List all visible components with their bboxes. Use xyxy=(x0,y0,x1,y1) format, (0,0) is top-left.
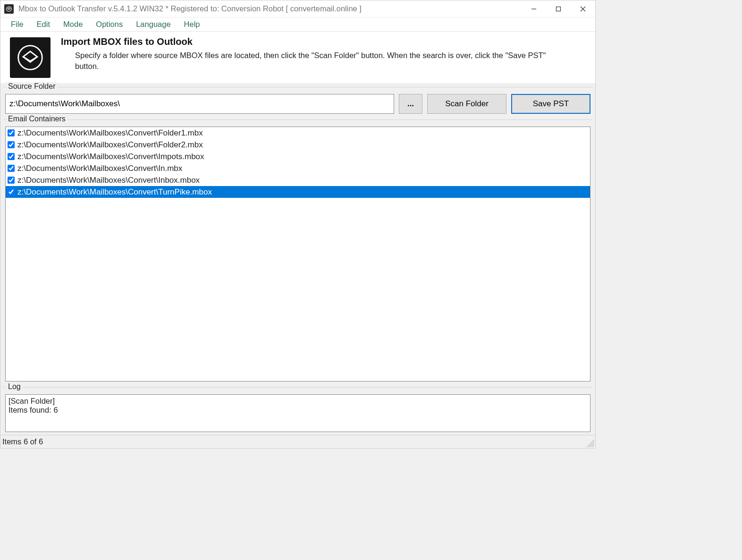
close-button[interactable] xyxy=(571,0,595,17)
list-item-path: z:\Documents\Work\Mailboxes\Convert\Fold… xyxy=(17,128,203,138)
email-containers-list[interactable]: z:\Documents\Work\Mailboxes\Convert\Fold… xyxy=(5,127,590,382)
email-containers-label: Email Containers xyxy=(6,115,67,123)
menu-edit[interactable]: Edit xyxy=(31,18,56,30)
svg-point-0 xyxy=(7,6,12,11)
header-panel: Import MBOX files to Outlook Specify a f… xyxy=(0,32,595,84)
header-title: Import MBOX files to Outlook xyxy=(61,36,556,47)
scan-folder-button[interactable]: Scan Folder xyxy=(427,94,506,114)
menu-language[interactable]: Language xyxy=(130,18,176,30)
source-folder-input[interactable] xyxy=(5,94,394,114)
list-item-checkbox[interactable] xyxy=(8,188,15,195)
menu-options[interactable]: Options xyxy=(90,18,128,30)
list-item-checkbox[interactable] xyxy=(8,177,15,184)
titlebar: Mbox to Outlook Transfer v.5.4.1.2 WIN32… xyxy=(0,0,595,17)
header-description: Specify a folder where source MBOX files… xyxy=(61,50,556,72)
list-item-path: z:\Documents\Work\Mailboxes\Convert\Impo… xyxy=(17,152,204,161)
list-item-path: z:\Documents\Work\Mailboxes\Convert\Inbo… xyxy=(17,176,200,185)
list-item[interactable]: z:\Documents\Work\Mailboxes\Convert\Impo… xyxy=(6,151,590,162)
status-text: Items 6 of 6 xyxy=(2,437,43,446)
list-item-checkbox[interactable] xyxy=(8,153,15,160)
mbox-logo-icon xyxy=(10,37,51,78)
log-label: Log xyxy=(6,382,23,391)
browse-button[interactable]: ... xyxy=(399,94,422,114)
list-item-checkbox[interactable] xyxy=(8,141,15,148)
list-item-checkbox[interactable] xyxy=(8,165,15,172)
email-containers-group: Email Containers z:\Documents\Work\Mailb… xyxy=(3,119,592,384)
svg-point-5 xyxy=(18,46,42,70)
menu-mode[interactable]: Mode xyxy=(58,18,88,30)
window-title: Mbox to Outlook Transfer v.5.4.1.2 WIN32… xyxy=(18,4,362,13)
resize-grip-icon[interactable] xyxy=(587,440,594,447)
list-item[interactable]: z:\Documents\Work\Mailboxes\Convert\Turn… xyxy=(6,186,590,198)
list-item-path: z:\Documents\Work\Mailboxes\Convert\Turn… xyxy=(17,187,212,197)
menubar: FileEditModeOptionsLanguageHelp xyxy=(0,17,595,32)
list-item[interactable]: z:\Documents\Work\Mailboxes\Convert\Fold… xyxy=(6,127,590,139)
source-folder-group: Source Folder ... Scan Folder Save PST xyxy=(3,87,592,117)
save-pst-button[interactable]: Save PST xyxy=(511,94,590,114)
app-icon xyxy=(4,4,14,14)
svg-rect-2 xyxy=(556,7,561,11)
statusbar: Items 6 of 6 xyxy=(0,435,595,448)
list-item[interactable]: z:\Documents\Work\Mailboxes\Convert\In.m… xyxy=(6,162,590,174)
list-item-path: z:\Documents\Work\Mailboxes\Convert\Fold… xyxy=(17,140,203,150)
menu-help[interactable]: Help xyxy=(178,18,206,30)
log-textarea[interactable]: [Scan Folder] Items found: 6 xyxy=(5,394,590,432)
menu-file[interactable]: File xyxy=(5,18,29,30)
minimize-button[interactable] xyxy=(522,0,546,17)
list-item[interactable]: z:\Documents\Work\Mailboxes\Convert\Inbo… xyxy=(6,174,590,186)
window-controls xyxy=(522,0,595,17)
list-item-checkbox[interactable] xyxy=(8,129,15,136)
source-folder-label: Source Folder xyxy=(6,82,58,91)
log-group: Log [Scan Folder] Items found: 6 xyxy=(3,387,592,435)
maximize-button[interactable] xyxy=(546,0,571,17)
list-item[interactable]: z:\Documents\Work\Mailboxes\Convert\Fold… xyxy=(6,139,590,151)
header-text: Import MBOX files to Outlook Specify a f… xyxy=(61,36,556,72)
list-item-path: z:\Documents\Work\Mailboxes\Convert\In.m… xyxy=(17,164,182,173)
